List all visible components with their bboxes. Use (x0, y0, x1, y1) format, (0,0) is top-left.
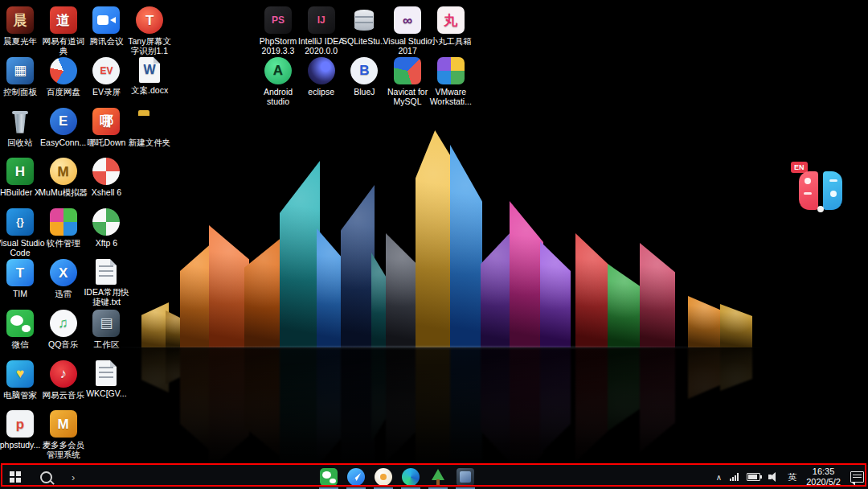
desktop-icon-netease-music[interactable]: ♪网易云音乐 (39, 360, 88, 400)
desktop-icon-pc-manager-glyph-icon: ♥ (6, 360, 34, 388)
desktop-icon-thunder[interactable]: X迅雷 (39, 259, 88, 298)
battery-icon (747, 473, 760, 481)
icon-label: 迅雷 (39, 289, 88, 298)
desktop-icon-workspace-glyph-icon: ▤ (92, 310, 120, 337)
desktop-icon-software-manager-glyph-icon (50, 208, 77, 236)
desktop-icon-tany-ocr-glyph-icon: T (136, 6, 163, 34)
desktop-icon-ev-capture[interactable]: EVEV录屏 (81, 57, 131, 97)
desktop-icon-visual-studio-2017[interactable]: ∞Visual Studio 2017 (383, 6, 432, 55)
desktop-icon-tencent-meeting-glyph-icon (92, 6, 120, 34)
taskbar-clock[interactable]: 16:35 2020/5/2 (800, 466, 846, 487)
chevron-right-icon: › (72, 472, 75, 483)
clock-time: 16:35 (806, 466, 841, 477)
desktop-icon-tany-ocr[interactable]: TTany屏幕文字识别1.1 (125, 6, 174, 55)
desktop-icon-software-manager[interactable]: 软件管理 (39, 208, 88, 248)
edge-browser-taskbar-button[interactable] (397, 465, 424, 489)
tim-icon (347, 468, 365, 486)
desktop-icon-vmware[interactable]: VMware Workstati... (426, 57, 476, 106)
icon-label: 麦多多会员管理系统 (39, 440, 88, 459)
desktop-icon-bluej-glyph-icon: B (350, 57, 378, 84)
search-button[interactable] (31, 465, 62, 489)
network-tray-button[interactable] (726, 465, 743, 489)
ime-language-indicator[interactable]: 英 (784, 465, 800, 489)
desktop-icon-qq-music[interactable]: ♫QQ音乐 (39, 310, 88, 349)
taskbar-pinned-apps (315, 465, 479, 489)
desktop-icon-mumu[interactable]: MMuMu模拟器 (39, 158, 88, 197)
desktop-icon-idea-shortcuts-txt[interactable]: IDEA常用快捷键.txt (81, 259, 131, 306)
desktop-icon-bluej[interactable]: BBlueJ (339, 57, 389, 97)
desktop-icon-phpstorm[interactable]: PSPhpStorm 2019.3.3 (253, 6, 303, 55)
desktop-icon-eclipse[interactable]: eclipse (297, 57, 346, 97)
green-plant-app-icon (429, 468, 447, 486)
desktop-icon-wechat-glyph-icon (6, 310, 34, 337)
green-plant-app-taskbar-button[interactable] (424, 465, 452, 489)
file-explorer-taskbar-button[interactable] (452, 465, 479, 489)
icon-label: EV录屏 (81, 87, 131, 97)
desktop-icon-wenan-docx[interactable]: W文案.docx (125, 57, 174, 95)
icon-label: 网易云音乐 (39, 390, 88, 400)
desktop-icon-android-studio-glyph-icon: A (264, 57, 292, 84)
desktop-icon-sqlitestudio-glyph-icon (350, 6, 378, 34)
battery-tray-button[interactable] (743, 465, 764, 489)
action-center-button[interactable] (846, 465, 868, 489)
desktop-icon-mumu-glyph-icon: M (50, 158, 77, 185)
hidden-icons-button[interactable]: ∧ (712, 465, 726, 489)
desktop-icon-vmware-glyph-icon (437, 57, 465, 84)
desktop-icon-new-folder[interactable]: 新建文件夹 (125, 108, 174, 147)
desktop-icon-vscode-glyph-icon: {} (6, 208, 34, 236)
wechat-taskbar-button[interactable] (315, 465, 342, 489)
desktop-icon-youdao-dict[interactable]: 道网易有道词典 (39, 6, 88, 55)
desktop-icon-wkc-file[interactable]: WKC[GV... (81, 360, 131, 398)
taskbar: › ∧ 英 16:35 2020/5/2 (0, 465, 868, 489)
desktop-icon-workspace[interactable]: ▤工作区 (81, 310, 131, 349)
icon-label: QQ音乐 (39, 339, 88, 349)
desktop-icon-tencent-meeting[interactable]: 腾讯会议 (81, 6, 131, 46)
desktop-icon-recycle-bin-glyph-icon (6, 108, 34, 135)
desktop-icon-thunder-glyph-icon: X (50, 259, 77, 286)
taskbar-left-group: › (0, 465, 84, 489)
icon-label: 软件管理 (39, 238, 88, 248)
icon-label: Android studio (253, 87, 303, 106)
joycon-center-dot-icon (817, 206, 824, 212)
desktop-icon-xshell6[interactable]: Xshell 6 (81, 158, 131, 197)
joycon-right-icon (823, 171, 842, 210)
wechat-icon (320, 468, 338, 486)
desktop-icon-sqlitestudio[interactable]: SQLiteStu... (339, 6, 389, 46)
network-signal-icon (730, 473, 739, 481)
ime-joycon-widget[interactable]: EN (794, 166, 847, 214)
icon-label: eclipse (297, 87, 346, 97)
start-button[interactable] (0, 465, 31, 489)
desktop-icon-navicat-mysql-glyph-icon (394, 57, 421, 84)
desktop-icon-wkc-file-glyph-icon (96, 360, 117, 386)
desktop-icon-grid: 晨晨夏光年▦控制面板回收站HHBuilder X{}Visual Studio … (0, 0, 868, 489)
desktop-icon-intellij-idea[interactable]: IJIntelliJ IDEA 2020.0.0 (297, 6, 346, 55)
desktop-icon-maiduoduo[interactable]: M麦多多会员管理系统 (39, 410, 88, 459)
volume-tray-button[interactable] (764, 465, 784, 489)
icon-label: 新建文件夹 (125, 138, 174, 147)
desktop-icon-xiaowan-toolbox-glyph-icon: 丸 (437, 6, 465, 34)
desktop-icon-navicat-mysql[interactable]: Navicat for MySQL (383, 57, 432, 106)
icon-label: 文案.docx (125, 85, 174, 95)
search-icon (40, 471, 52, 483)
icon-label: Navicat for MySQL (383, 87, 432, 106)
icon-label: VMware Workstati... (426, 87, 476, 106)
desktop-icon-xiaowan-toolbox[interactable]: 丸小丸工具箱 (426, 6, 476, 46)
desktop-icon-baidu-netdisk-glyph-icon (50, 57, 77, 84)
desktop-icon-phpstudy-glyph-icon: p (6, 410, 34, 438)
action-center-icon (850, 471, 864, 483)
desktop-icon-easyconnect[interactable]: EEasyConn... (39, 108, 88, 147)
desktop-icon-xftp6[interactable]: Xftp 6 (81, 208, 131, 248)
icon-label: Tany屏幕文字识别1.1 (125, 36, 174, 55)
icon-label: 腾讯会议 (81, 36, 131, 46)
desktop-icon-nezha-down[interactable]: 哪哪吒Down (81, 108, 131, 147)
desktop-icon-baidu-netdisk[interactable]: 百度网盘 (39, 57, 88, 97)
desktop-icon-android-studio[interactable]: AAndroid studio (253, 57, 303, 106)
icon-label: Xftp 6 (81, 238, 131, 248)
tim-taskbar-button[interactable] (342, 465, 370, 489)
icon-label: BlueJ (339, 87, 389, 97)
toolbar-chevron-button[interactable]: › (62, 465, 84, 489)
light-circle-app-taskbar-button[interactable] (370, 465, 397, 489)
desktop-icon-youdao-dict-glyph-icon: 道 (50, 6, 77, 34)
desktop-icon-idea-shortcuts-txt-glyph-icon (96, 259, 117, 285)
desktop-screen: { "wallpaper": { "base_y": 432, "shards"… (0, 0, 868, 489)
